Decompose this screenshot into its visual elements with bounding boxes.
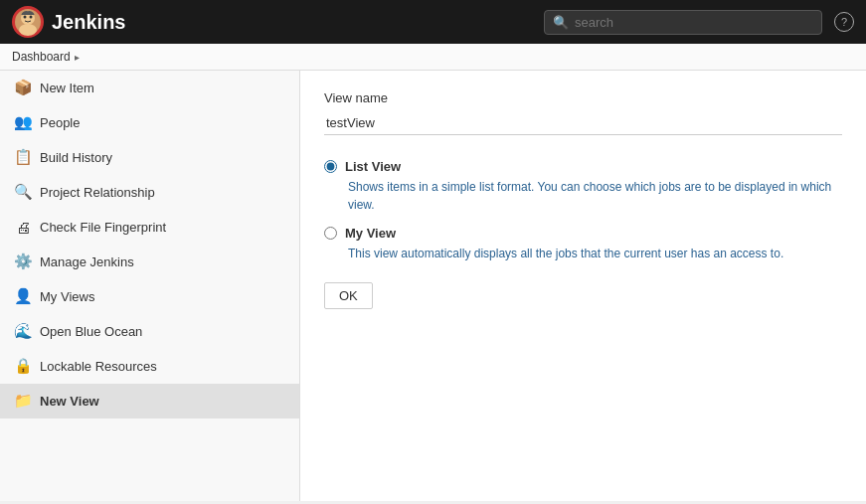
breadcrumb-dashboard[interactable]: Dashboard [12, 50, 71, 64]
sidebar-item-build-history[interactable]: 📋 Build History [0, 140, 299, 175]
app-header: Jenkins 🔍 ? [0, 0, 866, 44]
search-box[interactable]: 🔍 [544, 10, 822, 35]
sidebar-label-lockable-resources: Lockable Resources [40, 359, 157, 374]
my-view-option[interactable]: My View [324, 226, 842, 241]
new-item-icon: 📦 [14, 79, 32, 96]
sidebar-label-open-blue-ocean: Open Blue Ocean [40, 324, 142, 339]
page-layout: 📦 New Item 👥 People 📋 Build History 🔍 Pr… [0, 71, 866, 501]
my-view-radio[interactable] [324, 227, 337, 240]
jenkins-logo-icon [12, 6, 44, 38]
sidebar-item-open-blue-ocean[interactable]: 🌊 Open Blue Ocean [0, 314, 299, 349]
svg-point-3 [24, 16, 27, 19]
new-view-icon: 📁 [14, 392, 32, 410]
sidebar-label-people: People [40, 115, 80, 130]
check-file-fingerprint-icon: 🖨 [14, 218, 32, 236]
sidebar-item-lockable-resources[interactable]: 🔒 Lockable Resources [0, 349, 299, 384]
search-icon: 🔍 [553, 15, 569, 30]
my-view-description: This view automatically displays all the… [348, 245, 842, 262]
sidebar-item-new-item[interactable]: 📦 New Item [0, 71, 299, 105]
open-blue-ocean-icon: 🌊 [14, 322, 32, 340]
list-view-label[interactable]: List View [345, 159, 401, 174]
sidebar-label-new-view: New View [40, 394, 99, 409]
my-views-icon: 👤 [14, 287, 32, 305]
my-view-label[interactable]: My View [345, 226, 396, 241]
sidebar-item-new-view[interactable]: 📁 New View [0, 384, 299, 419]
app-logo[interactable]: Jenkins [12, 6, 125, 38]
sidebar-item-my-views[interactable]: 👤 My Views [0, 279, 299, 314]
svg-point-4 [30, 16, 33, 19]
main-content: View name List View Shows items in a sim… [300, 71, 866, 501]
list-view-option[interactable]: List View [324, 159, 842, 174]
list-view-radio[interactable] [324, 160, 337, 173]
manage-jenkins-icon: ⚙️ [14, 252, 32, 270]
project-relationship-icon: 🔍 [14, 183, 32, 201]
svg-point-2 [19, 24, 37, 36]
help-button[interactable]: ? [834, 12, 854, 32]
sidebar-item-manage-jenkins[interactable]: ⚙️ Manage Jenkins [0, 245, 299, 279]
sidebar-item-people[interactable]: 👥 People [0, 105, 299, 140]
sidebar-label-check-file-fingerprint: Check File Fingerprint [40, 220, 166, 235]
view-name-label: View name [324, 90, 842, 105]
sidebar-label-new-item: New Item [40, 81, 94, 95]
list-view-description: Shows items in a simple list format. You… [348, 178, 842, 214]
sidebar-label-my-views: My Views [40, 289, 94, 304]
sidebar-label-project-relationship: Project Relationship [40, 185, 155, 200]
sidebar: 📦 New Item 👥 People 📋 Build History 🔍 Pr… [0, 71, 300, 501]
search-input[interactable] [575, 15, 813, 30]
people-icon: 👥 [14, 113, 32, 131]
sidebar-item-check-file-fingerprint[interactable]: 🖨 Check File Fingerprint [0, 210, 299, 245]
breadcrumb-arrow: ▸ [75, 52, 80, 63]
sidebar-label-build-history: Build History [40, 150, 112, 165]
sidebar-label-manage-jenkins: Manage Jenkins [40, 254, 134, 269]
build-history-icon: 📋 [14, 148, 32, 166]
view-name-input[interactable] [324, 111, 842, 135]
ok-button[interactable]: OK [324, 282, 373, 309]
breadcrumb: Dashboard ▸ [0, 44, 866, 71]
lockable-resources-icon: 🔒 [14, 357, 32, 375]
sidebar-item-project-relationship[interactable]: 🔍 Project Relationship [0, 175, 299, 210]
app-name: Jenkins [52, 11, 125, 34]
